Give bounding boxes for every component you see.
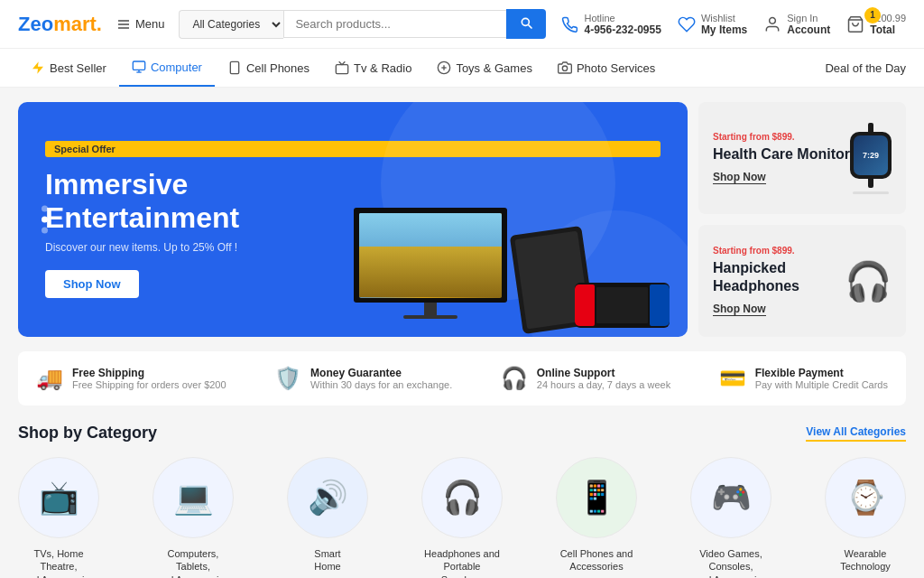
- search-bar: All Categories: [179, 9, 546, 39]
- feature-shipping-text: Free Shipping Free Shipping for orders o…: [72, 367, 226, 390]
- payment-icon: 💳: [719, 366, 746, 391]
- hotline-number: 4-956-232-0955: [584, 23, 661, 36]
- deal-of-day[interactable]: Deal of the Day: [825, 61, 906, 75]
- side-banner-headphones-text: Starting from $899. Hanpicked Headphones…: [713, 246, 845, 315]
- monitor-shop-button[interactable]: Shop Now: [713, 171, 766, 184]
- cart[interactable]: 1 $200.99 Total: [846, 13, 906, 36]
- side-banners: Starting from $899. Health Care Monitor …: [698, 102, 906, 337]
- category-dropdown[interactable]: All Categories: [179, 10, 283, 39]
- nav-cell-phones[interactable]: Cell Phones: [215, 50, 322, 86]
- category-computers-icon: 💻: [152, 457, 234, 538]
- support-icon: 🎧: [501, 366, 528, 391]
- headphones-starting: Starting from $899.: [713, 246, 845, 256]
- headphones-title: Hanpicked Headphones: [713, 259, 845, 294]
- sign-in[interactable]: Sign In Account: [763, 13, 830, 36]
- header-icons: Hotline 4-956-232-0955 Wishlist My Items…: [560, 13, 906, 36]
- view-all-button[interactable]: View All Categories: [806, 425, 906, 442]
- hero-dot-2: [42, 217, 48, 223]
- category-headphones-label: Headphones andPortable Speakers: [421, 547, 503, 578]
- category-video-games-label: Video Games, Consoles,and Accessories: [690, 547, 772, 578]
- feature-free-shipping: 🚚 Free Shipping Free Shipping for orders…: [36, 366, 226, 391]
- payment-desc: Pay with Multiple Credit Cards: [755, 379, 888, 390]
- categories-grid: 📺 TVs, Home Theatre,and Accessories 💻 Co…: [18, 457, 906, 578]
- support-title: Online Support: [537, 367, 670, 379]
- category-video-games[interactable]: 🎮 Video Games, Consoles,and Accessories: [690, 457, 772, 578]
- category-cell-phones-label: Cell Phones andAccessories: [560, 547, 633, 573]
- smartwatch-visual: 7:29: [850, 123, 892, 194]
- category-headphones-icon: 🎧: [421, 457, 503, 538]
- category-video-games-icon: 🎮: [690, 457, 772, 538]
- nav-toys-label: Toys & Games: [456, 61, 532, 75]
- wishlist-label: Wishlist: [701, 13, 747, 23]
- category-wearable-label: WearableTechnology: [840, 547, 891, 573]
- guarantee-icon: 🛡️: [274, 366, 301, 391]
- hotline-label: Hotline: [584, 13, 661, 23]
- nav-cell-phones-label: Cell Phones: [246, 61, 310, 75]
- nav-computer-label: Computer: [151, 61, 202, 74]
- nav-tv-radio[interactable]: Tv & Radio: [322, 50, 424, 86]
- airpods-visual: 🎧: [845, 259, 892, 303]
- category-wearable[interactable]: ⌚ WearableTechnology: [825, 457, 906, 578]
- feature-guarantee-text: Money Guarantee Within 30 days for an ex…: [310, 367, 452, 390]
- monitor-title: Health Care Monitor: [713, 145, 850, 163]
- feature-support-text: Online Support 24 hours a day, 7 days a …: [537, 367, 670, 390]
- side-banner-monitor: Starting from $899. Health Care Monitor …: [698, 102, 906, 214]
- headphones-shop-button[interactable]: Shop Now: [713, 303, 766, 316]
- menu-button[interactable]: Menu: [116, 17, 165, 32]
- hero-dot-3: [42, 228, 48, 234]
- hero-indicators: [42, 206, 48, 234]
- nav-photo-label: Photo Services: [577, 61, 655, 75]
- header: Zeomart. Menu All Categories Hotline 4-9…: [0, 0, 924, 49]
- svg-point-15: [562, 66, 567, 70]
- hero-shop-button[interactable]: Shop Now: [45, 270, 139, 298]
- category-cell-phones[interactable]: 📱 Cell Phones andAccessories: [556, 457, 637, 578]
- svg-rect-11: [336, 65, 347, 74]
- nav-tv-label: Tv & Radio: [354, 61, 411, 75]
- category-smart-home-label: SmartHome: [314, 547, 340, 573]
- svg-rect-6: [133, 61, 144, 70]
- nav-toys-games[interactable]: Toys & Games: [424, 50, 545, 86]
- guarantee-desc: Within 30 days for an exchange.: [310, 379, 452, 390]
- shipping-title: Free Shipping: [72, 367, 226, 379]
- logo: Zeomart.: [18, 13, 102, 36]
- nav-photo-services[interactable]: Photo Services: [545, 50, 668, 86]
- nav-best-seller[interactable]: Best Seller: [18, 50, 119, 86]
- category-computers[interactable]: 💻 Computers, Tablets,and Accessories: [152, 457, 234, 578]
- wishlist[interactable]: Wishlist My Items: [678, 13, 747, 36]
- menu-label: Menu: [135, 17, 165, 31]
- support-desc: 24 hours a day, 7 days a week: [537, 379, 670, 390]
- shipping-icon: 🚚: [36, 366, 63, 391]
- category-tvs[interactable]: 📺 TVs, Home Theatre,and Accessories: [18, 457, 99, 578]
- monitor-starting: Starting from $899.: [713, 132, 850, 142]
- signin-label: Sign In: [787, 13, 830, 23]
- main-content: Special Offer Immersive Entertainment Di…: [0, 88, 924, 578]
- payment-title: Flexible Payment: [755, 367, 888, 379]
- hero-banner: Special Offer Immersive Entertainment Di…: [18, 102, 688, 337]
- svg-point-3: [770, 17, 776, 23]
- side-banner-monitor-text: Starting from $899. Health Care Monitor …: [713, 132, 850, 184]
- nav-best-seller-label: Best Seller: [50, 61, 106, 75]
- hero-dot-1: [42, 206, 48, 212]
- category-tvs-icon: 📺: [18, 457, 99, 538]
- category-cell-phones-icon: 📱: [556, 457, 637, 538]
- navigation: Best Seller Computer Cell Phones Tv & Ra…: [0, 49, 924, 88]
- category-headphones[interactable]: 🎧 Headphones andPortable Speakers: [421, 457, 503, 578]
- hotline: Hotline 4-956-232-0955: [560, 13, 661, 36]
- category-wearable-icon: ⌚: [825, 457, 906, 538]
- section-title: Shop by Category: [18, 424, 157, 443]
- svg-marker-5: [32, 61, 43, 73]
- search-button[interactable]: [506, 9, 546, 39]
- wishlist-sublabel: My Items: [701, 23, 747, 36]
- hero-section: Special Offer Immersive Entertainment Di…: [18, 102, 906, 337]
- category-computers-label: Computers, Tablets,and Accessories: [152, 547, 234, 578]
- search-input[interactable]: [283, 10, 506, 38]
- category-tvs-label: TVs, Home Theatre,and Accessories: [18, 547, 99, 578]
- feature-flexible-payment: 💳 Flexible Payment Pay with Multiple Cre…: [719, 366, 888, 391]
- section-header: Shop by Category View All Categories: [18, 424, 906, 443]
- cart-sublabel: Total: [870, 23, 906, 36]
- category-smart-home[interactable]: 🔊 SmartHome: [287, 457, 368, 578]
- nav-computer[interactable]: Computer: [119, 49, 215, 87]
- feature-money-guarantee: 🛡️ Money Guarantee Within 30 days for an…: [274, 366, 452, 391]
- guarantee-title: Money Guarantee: [310, 367, 452, 379]
- switch-display: [575, 283, 670, 328]
